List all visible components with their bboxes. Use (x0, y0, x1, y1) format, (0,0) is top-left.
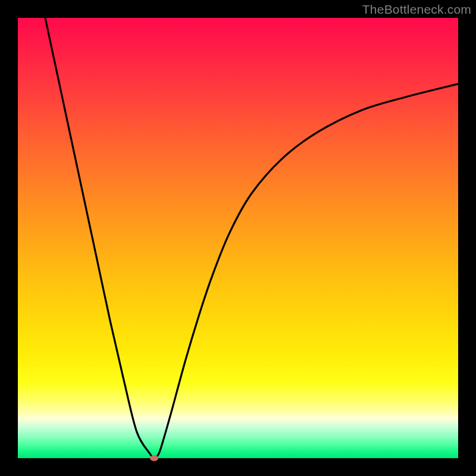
bottleneck-curve (18, 18, 458, 458)
chart-frame: TheBottleneck.com (0, 0, 476, 476)
curve-svg (18, 18, 458, 458)
min-marker (150, 455, 158, 461)
watermark-text: TheBottleneck.com (362, 2, 471, 17)
plot-area (18, 18, 458, 458)
